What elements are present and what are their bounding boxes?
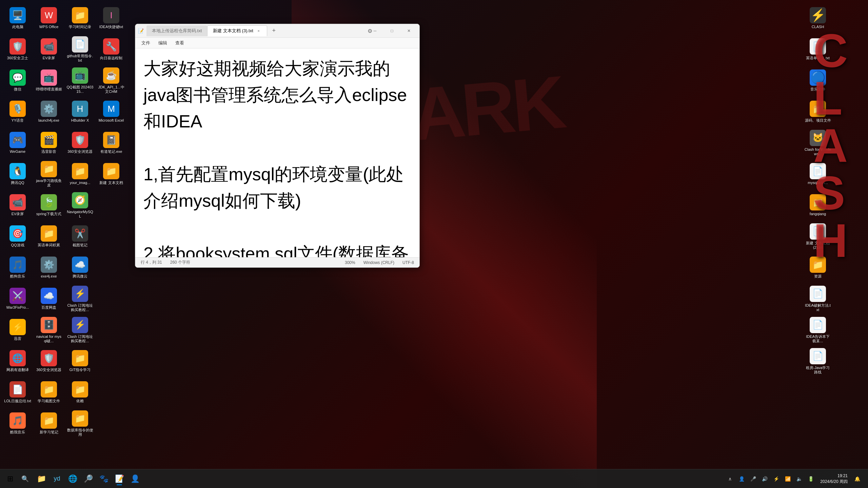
desktop-icon-xunleiying[interactable]: 🎬 迅雷影音	[34, 128, 64, 158]
taskbar-app-search2[interactable]: 🔎	[81, 471, 96, 486]
desktop-icon-qqgames[interactable]: 🎯 QQ游戏	[3, 222, 33, 251]
desktop-icon-right-new-txt2[interactable]: 📄 新建 文本文档 (2).txt	[803, 222, 833, 251]
desktop-icon-english[interactable]: 📁 英语单词积累	[34, 222, 64, 251]
maximize-button[interactable]: □	[384, 25, 400, 36]
taskbar-app-notepad-active[interactable]: 📝	[112, 471, 127, 486]
text-editor-area[interactable]: 大家好这期视频给大家演示我的java图书管理系统怎么导入eclipse和IDEA…	[135, 48, 419, 257]
tab-close-button[interactable]: ×	[256, 28, 261, 34]
desktop-icon-study-time[interactable]: 📁 学习时间记录	[65, 3, 95, 33]
clock[interactable]: 19:21 2024/6/20 周四	[817, 472, 850, 486]
desktop-icon-baiduyun[interactable]: ☁️ 百度网盘	[34, 284, 64, 314]
tray-icon-chevron[interactable]: ∧	[725, 471, 735, 486]
desktop-icon-right-music[interactable]: 🔵 音乐文件	[803, 66, 833, 96]
tray-icon-mic[interactable]: 🎤	[748, 471, 758, 486]
desktop-icon-wyyTranslate[interactable]: 🌐 网易有道翻译	[3, 346, 33, 376]
taskbar-app-yd[interactable]: yd	[50, 471, 64, 486]
desktop-icon-right-clash[interactable]: ⚡ CLASH	[803, 3, 833, 33]
desktop-icon-label: 腾讯QQ	[11, 181, 24, 185]
desktop-icon-idea-quick[interactable]: I IDEA快捷键txt	[96, 3, 126, 33]
taskbar-app-edge[interactable]: 🌐	[65, 471, 80, 486]
search-button[interactable]: 🔍	[18, 471, 33, 486]
time-display: 19:21	[820, 473, 848, 479]
desktop-icon-wps[interactable]: W WPS Office	[34, 3, 64, 33]
desktop-icon-right-english[interactable]: 📄 英语单词义.txt	[803, 35, 833, 64]
notification-button[interactable]: 🔔	[852, 471, 863, 486]
desktop-icon-weGame[interactable]: 🎮 WeGame	[3, 128, 33, 158]
desktop-icon-new-learn[interactable]: 📁 新学习笔记	[34, 409, 64, 439]
desktop-icon-right-idea-dl[interactable]: 📄 IDEA告诉本下载某...	[803, 315, 833, 345]
desktop-icon-deps[interactable]: 📁 依赖	[65, 378, 95, 407]
desktop-icon-right-mysql-con[interactable]: 📄 mysql-con...	[803, 159, 833, 189]
close-button[interactable]: ✕	[401, 25, 417, 36]
desktop-icon-bilibili[interactable]: 📺 哔哩哔哩直播姬	[34, 66, 64, 96]
desktop-icon-git360[interactable]: 🛡️ 360安全浏览器	[65, 128, 95, 158]
desktop-icon-label: NavigatorMySQL	[66, 210, 94, 219]
desktop-icon-right-idea-crack[interactable]: 📄 IDEA破解方法.txt	[803, 284, 833, 314]
tray-icon-clash-small[interactable]: ⚡	[771, 471, 782, 486]
desktop-icon-your-image[interactable]: 📁 your_imag...	[65, 159, 95, 189]
desktop-icon-screenshot[interactable]: ✂️ 截图笔记	[65, 222, 95, 251]
desktop-icon-mysql-cmd[interactable]: 📁 数据库指令的使用	[65, 409, 95, 439]
tab-1[interactable]: 本地上传远程仓库简码.txt	[146, 25, 207, 36]
desktop-icon-spring[interactable]: 🍃 spring下载方式	[34, 190, 64, 220]
desktop-icon-label: 学习截图文件	[38, 399, 60, 403]
desktop-icon-right-clash-win[interactable]: 🐱 Clash for Windows...	[803, 128, 833, 158]
taskbar-app-paw[interactable]: 🐾	[96, 471, 111, 486]
desktop-icon-evluping[interactable]: 📹 EV录屏	[34, 35, 64, 64]
desktop-icon-learning-screenshot[interactable]: 📁 学习截图文件	[34, 378, 64, 407]
desktop-icon-clash-app2[interactable]: ⚡ Clash 订阅地址购买教程...	[65, 315, 95, 345]
desktop-icon-notes[interactable]: 📓 有道笔记.exe	[96, 128, 126, 158]
desktop-icon-weixin[interactable]: 💬 微信	[3, 66, 33, 96]
desktop-icon-kuwo[interactable]: 🎵 酷我音乐	[3, 409, 33, 439]
tray-icon-user[interactable]: 👤	[736, 471, 747, 486]
desktop-icon-war3fixpro[interactable]: ⚔️ War3FixPro...	[3, 284, 33, 314]
start-button[interactable]: ⊞	[3, 471, 18, 486]
desktop-icon-tengxunqq[interactable]: 🐧 腾讯QQ	[3, 159, 33, 189]
desktop-icon-label: 资源	[814, 274, 822, 279]
desktop-icon-label: your_imag...	[70, 181, 91, 185]
tray-icon-battery[interactable]: 🔋	[805, 471, 816, 486]
desktop-icon-launch4j[interactable]: ⚙️ launch4j.exe	[34, 97, 64, 127]
tab-2[interactable]: 新建 文本文档 (3).txt ×	[207, 25, 267, 36]
tray-icon-volume[interactable]: 🔊	[759, 471, 770, 486]
desktop-icon-right-java-learn[interactable]: 📄 租房-Java学习路线	[803, 346, 833, 376]
desktop-icon-kugou[interactable]: 🎵 酷狗音乐	[3, 253, 33, 283]
desktop-icon-navigator[interactable]: 🧭 NavigatorMySQL	[65, 190, 95, 220]
desktop-icon-microsoft[interactable]: M Microsoft Excel	[96, 97, 126, 127]
desktop-icon-github-cmd[interactable]: 📄 github常用指令.txt	[65, 35, 95, 64]
desktop-icon-right-resource[interactable]: 📁 资源	[803, 253, 833, 283]
desktop-icon-exe4j[interactable]: ⚙️ exe4j.exe	[34, 253, 64, 283]
desktop-icon-360safe2[interactable]: 🛡️ 360安全浏览器	[34, 346, 64, 376]
taskbar-app-files[interactable]: 📁	[34, 471, 49, 486]
text-paragraph-1: 大家好这期视频给大家演示我的java图书管理系统怎么导入eclipse和IDEA	[143, 55, 411, 135]
desktop-icon-lol[interactable]: 📄 LOL日服总结.txt	[3, 378, 33, 407]
desktop-icon-xunlei[interactable]: ⚡ 迅雷	[3, 315, 33, 345]
desktop-icon-360safe[interactable]: 🛡️ 360安全卫士	[3, 35, 33, 64]
menu-file[interactable]: 文件	[138, 39, 154, 47]
taskbar-app-user[interactable]: 👤	[127, 471, 142, 486]
desktop-icon-qqvideo[interactable]: 📺 QQ截图 20240315...	[65, 66, 95, 96]
desktop-icon-yy[interactable]: 🎙️ YY语音	[3, 97, 33, 127]
menu-view[interactable]: 查看	[172, 39, 188, 47]
desktop-icon-label: IDEA破解方法.txt	[804, 303, 831, 312]
desktop-icon-yunpan[interactable]: ☁️ 腾讯微云	[65, 253, 95, 283]
desktop-icon-right-fangqiang[interactable]: 📁 fangqiang	[803, 190, 833, 220]
desktop-icon-java-road[interactable]: 📁 java学习路线鱼皮	[34, 159, 64, 189]
desktop-icon-360-repair[interactable]: 🔧 向日葵远程制	[96, 35, 126, 64]
desktop-icon-jdk[interactable]: ☕ JDK_API_1...中文CHM	[96, 66, 126, 96]
desktop-icon-label: IDEA告诉本下载某...	[804, 334, 831, 343]
new-tab-button[interactable]: +	[269, 26, 279, 36]
desktop-icon-hbuilder[interactable]: H HBuilder X	[65, 97, 95, 127]
desktop-icon-git-learn[interactable]: 📁 GIT指令学习	[65, 346, 95, 376]
tray-icon-vol2[interactable]: 🔈	[794, 471, 805, 486]
tray-icon-network[interactable]: 📶	[782, 471, 793, 486]
settings-button[interactable]: ⚙	[364, 27, 375, 35]
desktop-icon-label: Microsoft Excel	[99, 118, 124, 123]
desktop-icon-navicat[interactable]: 🗄️ navicat for mysql破...	[34, 315, 64, 345]
menu-edit[interactable]: 编辑	[155, 39, 171, 47]
desktop-icon-right-source[interactable]: 📁 源码、项目文件	[803, 97, 833, 127]
desktop-icon-new-word[interactable]: 📁 新建 文本文档	[96, 159, 126, 189]
desktop-icon-computer[interactable]: 🖥️ 此电脑	[3, 3, 33, 33]
desktop-icon-ev[interactable]: 📹 EV录屏	[3, 190, 33, 220]
desktop-icon-clash-app[interactable]: ⚡ Clash 订阅地址购买教程...	[65, 284, 95, 314]
